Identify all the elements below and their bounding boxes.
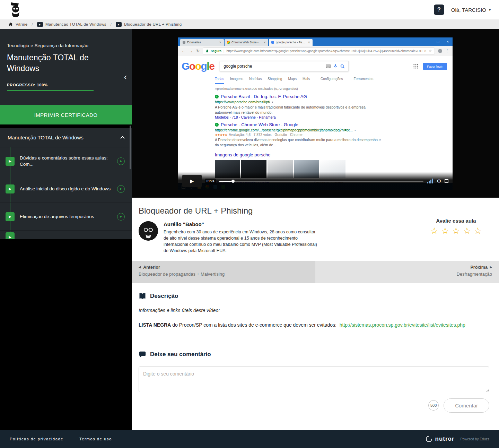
progress-fill: [219, 181, 231, 182]
menu-item: Todas: [215, 77, 224, 84]
star-icon[interactable]: ☆: [463, 226, 471, 235]
nutror-brand-name: nutror: [435, 436, 455, 442]
star-icon[interactable]: ☆: [452, 226, 460, 235]
menu-dots-icon: ⋮: [445, 49, 449, 53]
sidebar-collapse-icon[interactable]: ‹: [124, 73, 127, 81]
lesson-item-title: Dúvidas e comentários sobre essas aulas:…: [20, 155, 117, 167]
lesson-item[interactable]: ▶ Análise inicial do disco rígido e do W…: [0, 175, 132, 203]
footer-brand: nutror Powered by Eduzz: [426, 436, 489, 442]
result-url-row: https://www.porsche.com/brazil/pt/ ▾: [215, 100, 381, 104]
play-circle-icon[interactable]: ▶: [117, 213, 125, 221]
avatar-illustration: [139, 221, 158, 241]
result-sitelinks: Modelos · 718 · Cayenne · Panamera: [215, 115, 381, 119]
author-bio: Engenheiro com 30 anos de experiência em…: [164, 229, 318, 254]
lesson-item-partial[interactable]: ▶: [0, 231, 132, 239]
footer-links: Políticas de privacidade Termos de uso: [10, 437, 112, 441]
greeting-text: Olá, TARCISIO: [451, 7, 486, 13]
play-circle-icon[interactable]: ▶: [117, 185, 125, 193]
address-bar: Seguro | https://www.google.com.br/searc…: [203, 48, 435, 54]
forward-icon: →: [189, 49, 193, 53]
app-header: ? Olá, TARCISIO ▾: [0, 0, 499, 19]
description-intro: Informações e links úteis deste vídeo:: [139, 308, 492, 313]
header-right: ? Olá, TARCISIO ▾: [434, 5, 491, 15]
breadcrumb-course[interactable]: ▶ Manutenção TOTAL de Windows: [37, 22, 106, 27]
previous-lesson-button[interactable]: ◀ Anterior Bloqueador de propagandas + M…: [132, 261, 315, 283]
module-accordion[interactable]: Manutenção TOTAL de Windows: [0, 128, 132, 147]
page-title: Bloqueador de URL + Phishing: [139, 206, 489, 216]
next-arrow-icon: ▶: [490, 266, 492, 269]
google-favicon: [271, 41, 274, 44]
breadcrumb-lesson[interactable]: ▶ Bloqueador de URL + Phishing: [116, 22, 182, 27]
lesson-video-icon: ▶: [6, 157, 15, 166]
nutror-logo-icon: [424, 434, 433, 443]
lesson-item-title: Eliminação de arquivos temporários: [20, 214, 117, 220]
breadcrumb-home[interactable]: Vitrine: [8, 22, 28, 27]
star-icon[interactable]: ☆: [430, 226, 438, 235]
comment-input[interactable]: [139, 367, 489, 392]
url-text: https://www.google.com.br/search?q=googl…: [226, 49, 427, 53]
avatar: [139, 221, 158, 241]
google-header: Google google porsche Fazer login: [178, 56, 453, 74]
prev-label: Anterior: [143, 265, 160, 270]
video-player: Extensões ✕ Chrome Web Store - tral ✕ go…: [132, 29, 499, 198]
comments-header: Deixe seu comentário: [139, 351, 492, 358]
play-button[interactable]: ▶: [182, 175, 202, 187]
search-result: ✓ Porsche Brazil - Dr. Ing. h.c. F. Pors…: [178, 91, 381, 119]
lock-icon: [206, 49, 209, 53]
sidebar-scrollbar[interactable]: [130, 126, 131, 169]
progress-handle[interactable]: [231, 180, 235, 183]
player-controls: ▶ 01:24 ⚙: [178, 172, 453, 190]
tab-label: Chrome Web Store - tral: [231, 41, 262, 44]
star-icon[interactable]: ☆: [474, 226, 482, 235]
fullscreen-icon[interactable]: [445, 179, 448, 183]
volume-icon[interactable]: [427, 179, 433, 183]
safe-check-icon: ✓: [215, 95, 219, 98]
menu-item: Imagens: [230, 77, 243, 84]
print-certificate-button[interactable]: IMPRIMIR CERTIFICADO: [0, 105, 132, 124]
result-url-row: https://chrome.google.com/.../porsche/gk…: [215, 128, 381, 132]
play-circle-icon[interactable]: ▶: [117, 157, 125, 165]
browser-toolbar: ← → ↻ Seguro | https://www.google.com.br…: [178, 46, 453, 56]
result-title-row: ✓ Porsche - Chrome Web Store - Google: [215, 122, 381, 127]
chevron-down-icon: ▾: [354, 129, 356, 132]
comments-heading: Deixe seu comentário: [150, 351, 211, 358]
next-lesson-button[interactable]: Próxima ▶ Desfragmentação: [315, 261, 499, 283]
result-description: A Porsche AG é o maior e mais tradiciona…: [215, 105, 381, 115]
chevron-up-icon: [120, 136, 125, 140]
app-footer: Políticas de privacidade Termos de uso n…: [0, 430, 499, 448]
results-stats: Aproximadamente 5.940.000 resultados (0,…: [178, 84, 453, 91]
lesson-video-icon: ▶: [6, 184, 15, 193]
progress-track[interactable]: [219, 181, 424, 182]
webstore-favicon: [227, 41, 230, 44]
lesson-item[interactable]: ▶ Eliminação de arquivos temporários ▶: [0, 203, 132, 231]
lesson-list: ▶ Dúvidas e comentários sobre essas aula…: [0, 147, 132, 239]
safe-check-icon: ✓: [215, 123, 219, 127]
lesson-item[interactable]: ▶ Dúvidas e comentários sobre essas aula…: [0, 147, 132, 175]
terms-link[interactable]: Termos de uso: [79, 437, 112, 441]
current-time: 01:24: [205, 179, 216, 183]
result-url: https://www.porsche.com/brazil/pt/: [215, 100, 270, 104]
result-title: Porsche - Chrome Web Store - Google: [221, 122, 298, 127]
search-query: google porsche: [224, 64, 323, 69]
video-frame[interactable]: Extensões ✕ Chrome Web Store - tral ✕ go…: [178, 37, 453, 190]
google-search-box: google porsche: [220, 61, 349, 71]
blacklist-link[interactable]: http://sistemas.procon.sp.gov.br/evitesi…: [340, 322, 465, 328]
settings-gear-icon[interactable]: ⚙: [437, 178, 441, 184]
privacy-link[interactable]: Políticas de privacidade: [10, 437, 63, 441]
main-content: Extensões ✕ Chrome Web Store - tral ✕ go…: [132, 29, 499, 430]
result-url: https://chrome.google.com/.../porsche/gk…: [215, 128, 353, 132]
description-section: Descrição Informações e links úteis dest…: [132, 283, 499, 328]
brand-logo[interactable]: [8, 2, 23, 18]
next-label: Próxima: [471, 265, 488, 270]
prev-lesson-title: Bloqueador de propagandas + Malvertising: [139, 272, 308, 277]
course-category: Tecnologia e Segurança da Informação: [7, 43, 125, 48]
user-menu[interactable]: Olá, TARCISIO ▾: [451, 7, 491, 13]
star-icon[interactable]: ☆: [441, 226, 449, 235]
breadcrumb-label: Manutenção TOTAL de Windows: [45, 22, 106, 26]
rate-label: Avalie essa aula: [430, 218, 482, 224]
submit-comment-button[interactable]: Comentar: [444, 398, 489, 413]
chevron-down-icon: ▾: [272, 101, 273, 104]
rating-text: Avaliação: 4,6 - 7.872 votos - Gratuito …: [229, 133, 302, 137]
prev-arrow-icon: ◀: [139, 266, 141, 269]
help-button[interactable]: ?: [434, 5, 444, 15]
